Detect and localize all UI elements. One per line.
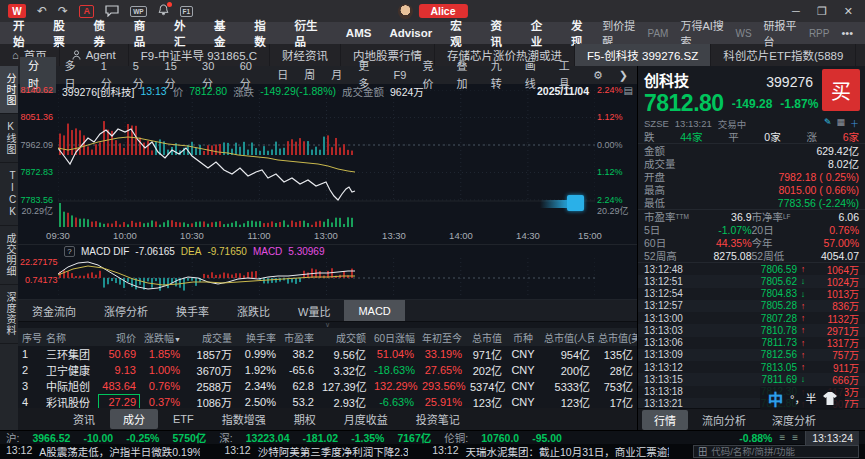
tab-constituents[interactable]: 成分: [110, 409, 158, 429]
col-header[interactable]: 成交额: [318, 328, 370, 346]
up-arrow-icon: ↑: [797, 264, 809, 274]
advancers-count: 6家: [843, 129, 859, 144]
chevron-right-icon[interactable]: ❯: [612, 66, 635, 84]
down-arrow-icon: ↓: [797, 374, 809, 384]
period-month[interactable]: 月: [323, 66, 350, 84]
macd-dea-value: -9.71650: [207, 246, 246, 257]
ime-punct-mode[interactable]: °，半: [790, 390, 816, 406]
maximize-button[interactable]: ❐: [817, 5, 827, 18]
col-header[interactable]: 市盈率: [280, 328, 318, 346]
wp-icon[interactable]: WP: [130, 6, 146, 17]
chart-amount: 9624万: [390, 84, 424, 99]
col-header[interactable]: 序号: [18, 328, 42, 346]
tab-turnover[interactable]: 换手率: [162, 300, 223, 321]
tab-news[interactable]: 财经资讯: [270, 44, 341, 66]
tab-etf-index[interactable]: 科创芯片ETF指数(5889: [711, 44, 856, 66]
sort-desc-icon: ▼: [174, 336, 181, 343]
minimize-button[interactable]: ─: [792, 5, 800, 18]
tab-macd[interactable]: MACD: [344, 300, 404, 321]
stock-name: 创科技: [644, 69, 689, 90]
period-week[interactable]: 周: [296, 66, 323, 84]
sz-change: -181.02: [303, 432, 339, 444]
avatar[interactable]: [397, 4, 412, 19]
table-row[interactable]: 1三环集团50.691.85%1857万0.99%38.29.56亿51.04%…: [18, 346, 637, 362]
new-tab-button[interactable]: +: [856, 44, 865, 66]
gear-icon[interactable]: ⚙: [586, 66, 610, 84]
stat-row: 开盘7982.18 ( 0.25%): [638, 170, 865, 183]
table-row[interactable]: 3中际旭创483.640.76%2588万2.34%62.8127.39亿132…: [18, 378, 637, 394]
ime-mode-chinese[interactable]: 中: [768, 388, 783, 409]
code-search-box[interactable]: 田: [693, 445, 859, 458]
help-icon[interactable]: ?: [64, 246, 75, 257]
more-menu-icon[interactable]: •••: [841, 27, 853, 39]
tab-limit-analysis[interactable]: 涨停分析: [90, 300, 162, 321]
tab-options[interactable]: 期权: [281, 409, 329, 429]
sidebar-item-trade-detail[interactable]: 成交明细: [0, 226, 18, 285]
menu-item[interactable]: Advisor: [380, 27, 441, 39]
sh-amount: 5750亿: [172, 430, 206, 445]
col-header[interactable]: 总市值(美元): [594, 328, 637, 346]
pencil-icon[interactable]: ✎: [824, 117, 832, 130]
macd-header: ? MACD DIF-7.06165 DEA-9.71650 MACD5.309…: [64, 245, 324, 258]
tab-fund-flow[interactable]: 资金流向: [18, 300, 90, 321]
news-item[interactable]: 13:12天瑞水泥集团：截止10月31日，商业汇票逾期余额合...: [432, 444, 669, 459]
col-header[interactable]: 总市值: [466, 328, 506, 346]
sidebar-item-depth[interactable]: 深度资料: [0, 285, 18, 344]
close-button[interactable]: ✕: [844, 5, 853, 18]
tab-updown-ratio[interactable]: 涨跌比: [223, 300, 284, 321]
macd-axis-top: 22.27175: [20, 257, 58, 267]
macd-pane[interactable]: ? MACD DIF-7.06165 DEA-9.71650 MACD5.309…: [18, 245, 637, 300]
col-header[interactable]: 年初至今: [418, 328, 466, 346]
col-header-sorted[interactable]: 涨跌幅▼: [140, 328, 184, 346]
intraday-chart[interactable]: 399276[创科技] 13:13 价 7812.80 涨跌 -149.29(-…: [18, 84, 637, 245]
sidebar-item-kline[interactable]: K线图: [0, 114, 18, 163]
tool-f9[interactable]: F9: [387, 66, 414, 84]
news-item[interactable]: 13:12沙特阿美第三季度净利润下降2.3%(新浪): [224, 444, 408, 459]
sidebar-item-tick[interactable]: TICK: [0, 163, 18, 226]
tab-etf[interactable]: ETF: [160, 411, 207, 427]
panel-icon[interactable]: ▤: [624, 85, 633, 96]
period-day[interactable]: 日: [269, 66, 296, 84]
keyboard-icon: 田: [698, 445, 707, 458]
menu-icon[interactable]: ≡: [779, 432, 785, 443]
tab-news-bottom[interactable]: 资讯: [60, 409, 108, 429]
news-item[interactable]: 13:12A股震荡走低，沪指半日微跌0.19%(每经网): [6, 444, 200, 459]
col-header[interactable]: 总市值(人民币): [540, 328, 594, 346]
tab-notes[interactable]: 投资笔记: [403, 409, 473, 429]
macd-value: 5.30969: [288, 246, 324, 257]
menu-icon[interactable]: ≡: [792, 432, 798, 443]
ime-skin-icon[interactable]: [823, 392, 837, 405]
col-header[interactable]: 换手率: [236, 328, 280, 346]
tab-flow-analysis[interactable]: 流向分析: [690, 410, 758, 430]
period-toolbar: 分时 多日 1分 5分 15分 30分 60分 日 周 月 更多 F9 竞价 叠…: [18, 66, 637, 84]
tab-w-volume[interactable]: W量比: [284, 300, 344, 321]
bell-icon[interactable]: [158, 4, 169, 18]
sidebar-item-intraday[interactable]: 分时图: [0, 66, 18, 114]
wind-logo-icon[interactable]: W: [8, 4, 26, 18]
undo-icon[interactable]: ↶: [37, 4, 47, 18]
axis-pct: 1.12%: [597, 112, 635, 122]
col-header[interactable]: 60日涨幅: [370, 328, 418, 346]
chat-icon[interactable]: [105, 5, 119, 17]
table-row[interactable]: 2卫宁健康9.131.00%3670万1.92%-65.63.32亿-18.63…: [18, 362, 637, 378]
col-header[interactable]: 现价: [98, 328, 140, 346]
alice-assistant-button[interactable]: Alice: [418, 4, 467, 18]
buy-button[interactable]: 买: [822, 69, 860, 111]
f1-help-icon[interactable]: F1: [180, 6, 194, 17]
col-header[interactable]: 币种: [506, 328, 540, 346]
tab-quotes[interactable]: 行情: [642, 410, 688, 430]
tab-index-enhanced[interactable]: 指数增强: [209, 409, 279, 429]
tab-depth-analysis[interactable]: 深度分析: [760, 410, 828, 430]
col-header[interactable]: 名称: [42, 328, 98, 346]
app-window: W ↶ ↷ A WP F1 Alice ─ ❐ ✕ 开始 股票 债券 商品 外汇…: [0, 0, 865, 459]
tab-monthly-return[interactable]: 月度收益: [331, 409, 401, 429]
macd-axis-low: 0.74173: [25, 275, 58, 285]
menu-item[interactable]: AMS: [337, 27, 381, 39]
search-input[interactable]: [711, 446, 854, 457]
down-arrow-icon: ↓: [797, 289, 809, 299]
autotext-icon[interactable]: A: [79, 5, 94, 18]
col-header[interactable]: 成交量: [184, 328, 236, 346]
up-arrow-icon: ↑: [797, 362, 809, 372]
redo-icon[interactable]: ↷: [58, 4, 68, 18]
ime-indicator[interactable]: 中 °，半: [760, 386, 845, 410]
